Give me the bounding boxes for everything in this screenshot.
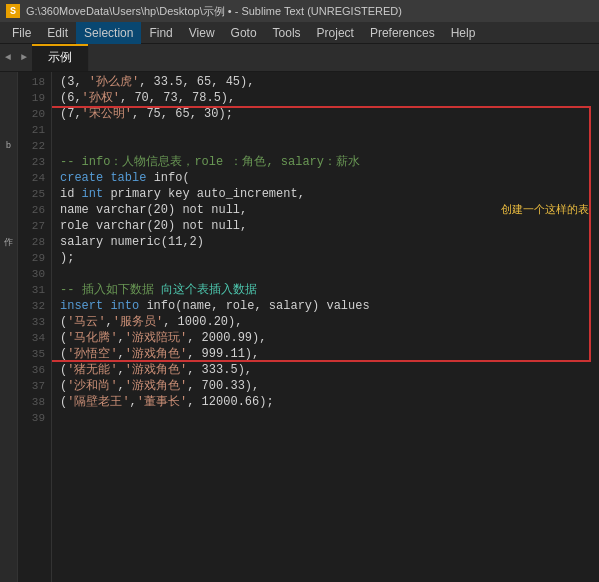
code-line-35: ('孙悟空','游戏角色', 999.11), (60, 346, 599, 362)
line-num-24: 24 (18, 170, 45, 186)
sidebar-marker-8 (0, 202, 17, 218)
code-line-38: ('隔壁老王','董事长', 12000.66); (60, 394, 599, 410)
line-num-20: 20 (18, 106, 45, 122)
code-line-21 (60, 122, 599, 138)
sidebar-marker-4 (0, 122, 17, 138)
code-line-30 (60, 266, 599, 282)
sidebar-marker-15 (0, 330, 17, 346)
code-line-25: id int primary key auto_increment, (60, 186, 599, 202)
code-line-32: insert into info(name, role, salary) val… (60, 298, 599, 314)
tab-nav-left[interactable]: ◄ (0, 44, 16, 71)
line-num-19: 19 (18, 90, 45, 106)
code-area[interactable]: (3, '孙么虎', 33.5, 65, 45), (6,'孙权', 70, 7… (52, 72, 599, 582)
sidebar-marker-14 (0, 314, 17, 330)
line-num-26: 26 (18, 202, 45, 218)
line-num-22: 22 (18, 138, 45, 154)
line-num-37: 37 (18, 378, 45, 394)
sidebar-marker-11 (0, 266, 17, 282)
line-num-31: 31 (18, 282, 45, 298)
tab-nav-right[interactable]: ► (16, 44, 32, 71)
sidebar-marker-13 (0, 298, 17, 314)
editor-container: b 作 18 19 20 21 22 23 24 25 26 27 28 29 … (0, 72, 599, 582)
code-line-22 (60, 138, 599, 154)
sidebar-marker-16 (0, 346, 17, 362)
menu-help[interactable]: Help (443, 22, 484, 44)
code-line-31: -- 插入如下数据 向这个表插入数据 (60, 282, 599, 298)
line-num-25: 25 (18, 186, 45, 202)
line-num-38: 38 (18, 394, 45, 410)
menu-find[interactable]: Find (141, 22, 180, 44)
sidebar-marker-3 (0, 106, 17, 122)
sidebar-marker-6 (0, 170, 17, 186)
sidebar-marker-12 (0, 282, 17, 298)
app-icon: S (6, 4, 20, 18)
tab-example[interactable]: 示例 (32, 44, 89, 71)
left-sidebar: b 作 (0, 72, 18, 582)
sidebar-marker-17 (0, 362, 17, 378)
code-line-20: (7,'宋公明', 75, 65, 30); (60, 106, 599, 122)
line-num-27: 27 (18, 218, 45, 234)
line-num-29: 29 (18, 250, 45, 266)
line-num-36: 36 (18, 362, 45, 378)
menu-view[interactable]: View (181, 22, 223, 44)
code-line-37: ('沙和尚','游戏角色', 700.33), (60, 378, 599, 394)
menu-bar: File Edit Selection Find View Goto Tools… (0, 22, 599, 44)
code-line-19: (6,'孙权', 70, 73, 78.5), (60, 90, 599, 106)
code-line-28: salary numeric(11,2) (60, 234, 599, 250)
sidebar-marker-10 (0, 250, 17, 266)
code-line-26: name varchar(20) not null, 创建一个这样的表 (60, 202, 599, 218)
code-line-23: -- info：人物信息表，role ：角色, salary：薪水 (60, 154, 599, 170)
menu-tools[interactable]: Tools (265, 22, 309, 44)
title-text: G:\360MoveData\Users\hp\Desktop\示例 • - S… (26, 4, 402, 19)
line-num-21: 21 (18, 122, 45, 138)
menu-project[interactable]: Project (309, 22, 362, 44)
menu-edit[interactable]: Edit (39, 22, 76, 44)
sidebar-marker-1 (0, 74, 17, 90)
code-line-33: ('马云','服务员', 1000.20), (60, 314, 599, 330)
line-num-35: 35 (18, 346, 45, 362)
line-num-39: 39 (18, 410, 45, 426)
code-line-34: ('马化腾','游戏陪玩', 2000.99), (60, 330, 599, 346)
line-num-28: 28 (18, 234, 45, 250)
menu-preferences[interactable]: Preferences (362, 22, 443, 44)
sidebar-marker-b: b (0, 138, 17, 154)
code-line-18: (3, '孙么虎', 33.5, 65, 45), (60, 74, 599, 90)
title-bar: S G:\360MoveData\Users\hp\Desktop\示例 • -… (0, 0, 599, 22)
line-numbers: 18 19 20 21 22 23 24 25 26 27 28 29 30 3… (18, 72, 52, 582)
sidebar-marker-2 (0, 90, 17, 106)
sidebar-marker-ele: 作 (0, 234, 17, 250)
tab-bar: ◄ ► 示例 (0, 44, 599, 72)
sidebar-marker-19 (0, 394, 17, 410)
code-line-27: role varchar(20) not null, (60, 218, 599, 234)
code-line-29: ); (60, 250, 599, 266)
sidebar-marker-18 (0, 378, 17, 394)
line-num-30: 30 (18, 266, 45, 282)
line-num-34: 34 (18, 330, 45, 346)
menu-file[interactable]: File (4, 22, 39, 44)
sidebar-marker-9 (0, 218, 17, 234)
annotation-line26: 创建一个这样的表 (501, 202, 589, 218)
line-num-33: 33 (18, 314, 45, 330)
menu-goto[interactable]: Goto (223, 22, 265, 44)
line-num-23: 23 (18, 154, 45, 170)
code-line-39 (60, 410, 599, 426)
line-num-32: 32 (18, 298, 45, 314)
sidebar-marker-5 (0, 154, 17, 170)
menu-selection[interactable]: Selection (76, 22, 141, 44)
sidebar-marker-7 (0, 186, 17, 202)
code-line-36: ('猪无能','游戏角色', 333.5), (60, 362, 599, 378)
line-num-18: 18 (18, 74, 45, 90)
code-line-24: create table info( (60, 170, 599, 186)
